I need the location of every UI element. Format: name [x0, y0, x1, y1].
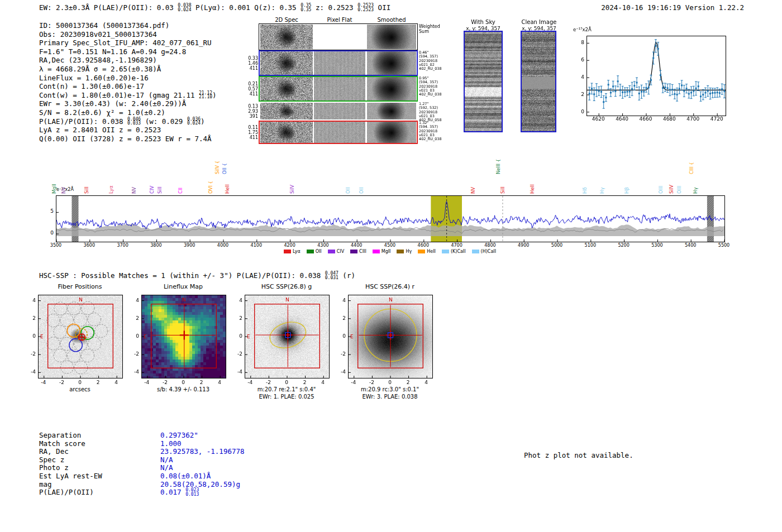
cleanimage	[522, 32, 555, 131]
spectrum-x-tick: 5400	[681, 243, 700, 248]
legend-label: MgII	[382, 249, 391, 254]
legend-item: HeII	[418, 249, 436, 254]
stacked-uncertainty: 0.0470.031	[325, 271, 338, 280]
match-field-label: P(LAE)/P(OII)	[39, 488, 94, 496]
withsky-title: With Sky	[464, 19, 503, 25]
spectrum-x-tick: 5200	[614, 243, 633, 248]
legend-label: OII	[316, 249, 322, 254]
cutout-x-tick: -4	[141, 380, 152, 385]
legend-item: Lyα	[284, 249, 301, 254]
cutout-x-tick: 4	[317, 380, 328, 385]
spec2d-row-info: WeightedSum	[419, 24, 450, 34]
spectrum-x-tick: 4100	[247, 243, 266, 248]
hsc-r-caption: m:20.9 rc:3.0" s:0.1"	[342, 386, 437, 392]
legend-swatch	[307, 250, 314, 253]
info-line: Cont(n) = 1.30(±0.06)e-17	[39, 82, 217, 91]
spectrum-x-tick: 4700	[447, 243, 466, 248]
legend-label: Hγ	[406, 249, 412, 254]
cutout-x-tick: 0	[178, 380, 189, 385]
cutout-y-tick: 4	[230, 298, 242, 303]
cutout-x-tick: -4	[38, 380, 49, 385]
legend-item: (K)CaII	[442, 249, 466, 254]
info-line: Cont(w) = 1.80(±0.01)e-17 (gmag 21.11 21…	[39, 91, 217, 100]
detection-info-block: ID: 5000137364 (5000137364.pdf)Obs: 2023…	[39, 21, 217, 143]
legend-item: (H)CaII	[472, 249, 496, 254]
cutout-y-tick: -2	[127, 351, 139, 357]
withsky-image	[465, 32, 502, 131]
lineflux-map-cutout	[141, 295, 226, 378]
legend-item: OII	[307, 249, 322, 254]
report-summary-header: EW: 2.3±0.3Å P(LAE)/P(OII): 0.03 0.0380.…	[39, 3, 390, 12]
stacked-uncertainty: 21.1221.10	[199, 91, 212, 99]
legend-swatch	[397, 250, 404, 253]
spectrum-x-tick: 5100	[581, 243, 600, 248]
cutout-y-tick: 2	[127, 315, 139, 321]
spectrum-x-tick: 4300	[313, 243, 332, 248]
cutout-y-tick: -4	[333, 369, 346, 375]
spectrum-y-tick: 0	[46, 230, 54, 236]
smoothed-strip	[367, 25, 416, 49]
match-field-value: N/A	[160, 456, 173, 464]
pixelflat-strip	[314, 77, 365, 100]
cutout-x-tick: 2	[299, 380, 311, 385]
match-field-label: Match score	[39, 439, 85, 448]
spec2d-strip	[260, 51, 313, 75]
pixelflat-column-header: Pixel Flat	[314, 17, 365, 23]
smoothed-strip	[367, 77, 416, 100]
info-line: Primary Spec_Slot_IFU_AMP: 402_077_061_R…	[39, 39, 217, 47]
legend-item: CIV	[328, 249, 344, 254]
cutout-y-tick: -4	[230, 369, 242, 375]
cutout-y-tick: 4	[333, 298, 346, 303]
spec2d-row-info: 0.46"(594, 357)20230918v021_02402_RU_038	[419, 51, 450, 71]
cutout-x-tick: 0	[74, 380, 85, 385]
spec2d-strip	[260, 103, 313, 119]
cutout-y-tick: 4	[23, 298, 36, 303]
zoom-x-tick: 4660	[637, 116, 655, 122]
legend-label: CIII	[359, 249, 366, 254]
spec2d-strip	[260, 77, 313, 100]
cutout-y-tick: 0	[127, 333, 139, 339]
info-line: LineFlux = 1.60(±0.20)e-16	[39, 74, 217, 83]
legend-label: (H)CaII	[481, 249, 496, 254]
pixelflat-strip	[314, 51, 365, 75]
legend-swatch	[373, 250, 380, 253]
cleanimage-title: Clean Image	[519, 19, 559, 25]
hsc-g-canvas	[245, 295, 329, 378]
zoom-y-tick: 0	[571, 109, 584, 114]
spec2d-strip	[260, 122, 313, 143]
cutout-y-tick: -2	[333, 351, 346, 357]
smoothed-strip	[367, 51, 416, 75]
cutout-x-tick: 4	[421, 380, 432, 385]
hsc-g-caption2: EWr: 1. PLAE: 0.025	[239, 394, 334, 400]
info-line: RA,Dec (23.925848,-1.196829)	[39, 56, 217, 65]
spectrum-x-tick: 3900	[180, 243, 199, 248]
spectrum-x-tick: 3700	[113, 243, 132, 248]
photz-note: Phot z plot not available.	[524, 451, 633, 459]
cutout-y-tick: 2	[230, 315, 242, 321]
legend-label: CIV	[337, 249, 344, 254]
legend-item: MgII	[373, 249, 391, 254]
spectrum-y-tick: 5	[46, 208, 54, 214]
report-timestamp-version: 2024-10-16 19:16:19 Version 1.22.2	[601, 3, 744, 12]
fiber-positions-cutout	[38, 295, 123, 378]
spectrum-x-tick: 4900	[514, 243, 533, 248]
spectrum-x-tick: 4800	[480, 243, 499, 248]
info-line: ID: 5000137364 (5000137364.pdf)	[39, 21, 217, 30]
fiber-caption: arcsecs	[38, 386, 122, 392]
zoom-x-tick: 4700	[684, 116, 702, 122]
spec2d-row-weights: 0.210.57411	[233, 82, 258, 97]
match-field-label: Est LyA rest-EW	[39, 472, 102, 480]
spectrum-x-tick: 4600	[414, 243, 433, 248]
match-field-value: N/A	[160, 463, 173, 472]
spec2d-row-info: 1.27"(592, 532)20230918v021_03402_RU_058	[419, 102, 450, 122]
spectrum-x-tick: 4200	[280, 243, 299, 248]
spectrum-x-tick: 5300	[647, 243, 666, 248]
zoom-y-tick: 2	[571, 92, 584, 97]
zoom-y-tick: 6	[571, 57, 584, 63]
legend-swatch	[418, 250, 425, 253]
hsc-r-cutout	[348, 295, 433, 378]
info-line: F=1.6" T=0.151 N=1.16 A=0.94 g=24.8	[39, 47, 217, 56]
spectrum-x-tick: 5000	[547, 243, 566, 248]
line-fit-zoom-canvas	[587, 36, 726, 116]
info-line: Obs: 20230918v021_5000137364	[39, 30, 217, 39]
